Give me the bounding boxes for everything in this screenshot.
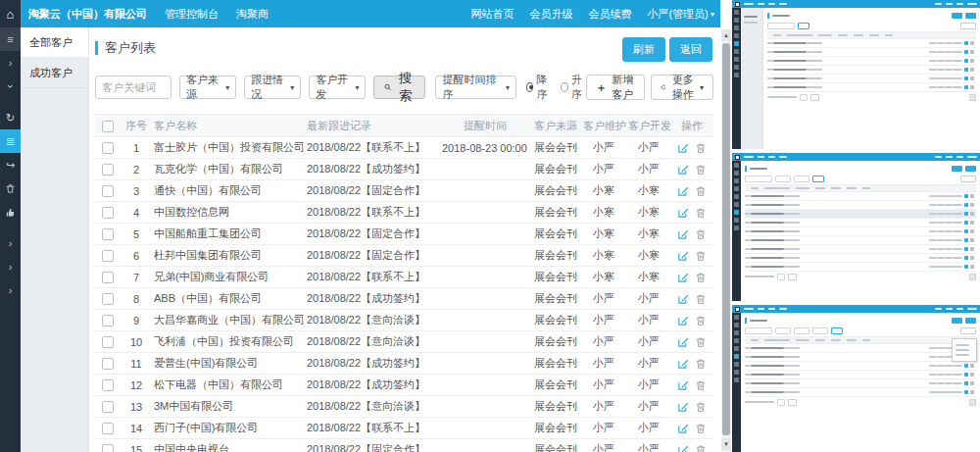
- nav-item-member-upgrade[interactable]: 会员升级: [529, 7, 572, 22]
- row-checkbox[interactable]: [102, 423, 114, 434]
- refresh-button[interactable]: 刷新: [622, 37, 665, 62]
- delete-icon[interactable]: [695, 272, 707, 283]
- edit-icon[interactable]: [677, 250, 689, 262]
- add-customer-button[interactable]: ＋ 新增客户: [586, 75, 645, 100]
- delete-icon[interactable]: [695, 142, 707, 154]
- scrollbar-thumb[interactable]: [722, 43, 730, 435]
- row-operations: [671, 378, 712, 391]
- nav-item-taojushang[interactable]: 淘聚商: [236, 7, 269, 22]
- source-select[interactable]: 客户来源▾: [179, 75, 236, 99]
- edit-icon[interactable]: [677, 379, 689, 391]
- chevron-down-icon: ▾: [506, 83, 510, 92]
- row-checkbox[interactable]: [102, 379, 114, 391]
- delete-icon[interactable]: [695, 358, 707, 370]
- delete-icon[interactable]: [695, 250, 707, 262]
- row-checkbox[interactable]: [102, 293, 114, 305]
- delete-icon[interactable]: [695, 379, 707, 391]
- trash-icon[interactable]: [0, 176, 21, 200]
- row-checkbox[interactable]: [102, 444, 114, 452]
- delete-icon[interactable]: [695, 207, 707, 219]
- history-icon[interactable]: ↻: [0, 106, 21, 129]
- search-button[interactable]: 搜索: [373, 75, 425, 99]
- edit-icon[interactable]: [677, 336, 689, 348]
- edit-icon[interactable]: [677, 142, 689, 154]
- edit-icon[interactable]: [677, 185, 689, 197]
- row-operations: [671, 357, 712, 370]
- user-menu[interactable]: 小严(管理员) ▾: [647, 7, 714, 22]
- delete-icon[interactable]: [695, 228, 707, 240]
- row-checkbox[interactable]: [102, 207, 114, 219]
- scroll-down-arrow[interactable]: ▼: [721, 438, 731, 450]
- sidebar-item-all-customers[interactable]: 全部客户: [21, 27, 88, 58]
- thumb-icon-sidebar: [732, 313, 741, 452]
- delete-icon[interactable]: [695, 293, 707, 305]
- customer-list-panel: 客户列表 刷新 返回 客户来源▾ 跟进情况▾ 客户开发▾ 搜索: [89, 27, 720, 452]
- row-checkbox[interactable]: [102, 336, 114, 348]
- chevron-right-icon[interactable]: ›: [0, 255, 21, 278]
- thumbnail-screenshot-2[interactable]: [732, 153, 980, 301]
- delete-icon[interactable]: [695, 336, 707, 348]
- develop-select[interactable]: 客户开发▾: [309, 75, 366, 99]
- back-button[interactable]: 返回: [669, 37, 712, 62]
- sidebar-item-success-customers[interactable]: 成功客户: [21, 58, 88, 88]
- row-checkbox[interactable]: [102, 164, 114, 176]
- chevron-down-icon[interactable]: ›: [0, 75, 21, 98]
- customer-name: 杜邦中国集团有限公司: [152, 248, 305, 263]
- edit-icon[interactable]: [677, 164, 689, 176]
- edit-icon[interactable]: [677, 401, 689, 413]
- edit-icon[interactable]: [677, 444, 689, 452]
- customer-keeper: 小严: [581, 377, 626, 392]
- customer-keeper: 小寒: [581, 248, 626, 263]
- nav-item-console[interactable]: 管理控制台: [165, 7, 219, 22]
- row-checkbox[interactable]: [102, 272, 114, 283]
- more-actions-button[interactable]: 更多操作 ▾: [651, 75, 713, 100]
- edit-icon[interactable]: [677, 293, 689, 305]
- edit-icon[interactable]: [677, 207, 689, 219]
- sort-asc-radio[interactable]: 升序: [561, 73, 585, 102]
- nav-item-site-home[interactable]: 网站首页: [470, 7, 514, 22]
- row-checkbox[interactable]: [102, 228, 114, 240]
- followup-record: 2018/08/22【成功签约】: [305, 291, 440, 306]
- row-number: 5: [121, 228, 152, 240]
- progress-select[interactable]: 跟进情况▾: [244, 75, 301, 99]
- scroll-up-arrow[interactable]: ▲: [721, 29, 731, 41]
- edit-icon[interactable]: [677, 423, 689, 434]
- delete-icon[interactable]: [695, 164, 707, 176]
- edit-icon[interactable]: [677, 315, 689, 326]
- nav-item-member-renew[interactable]: 会员续费: [588, 7, 631, 22]
- chevron-right-icon[interactable]: ›: [0, 51, 21, 75]
- row-checkbox[interactable]: [102, 315, 114, 326]
- select-all-checkbox[interactable]: [102, 121, 114, 132]
- col-header-record: 最新跟进记录: [305, 119, 440, 133]
- chevron-right-icon[interactable]: ›: [0, 231, 21, 255]
- row-checkbox[interactable]: [102, 358, 114, 370]
- chevron-right-icon[interactable]: ›: [0, 278, 21, 302]
- thumb-open-dropdown: [952, 338, 977, 362]
- edit-icon[interactable]: [677, 272, 689, 283]
- like-icon[interactable]: [0, 200, 21, 224]
- row-operations: [671, 335, 712, 348]
- delete-icon[interactable]: [695, 185, 707, 197]
- logout-icon[interactable]: ↪: [0, 153, 21, 176]
- row-checkbox[interactable]: [102, 185, 114, 197]
- customer-developer: 小严: [626, 377, 671, 392]
- delete-icon[interactable]: [695, 315, 707, 326]
- keyword-input[interactable]: [95, 75, 172, 99]
- thumbnail-screenshot-1[interactable]: [732, 0, 980, 149]
- delete-icon[interactable]: [695, 444, 707, 452]
- thumbnail-screenshot-3[interactable]: [732, 305, 980, 452]
- row-checkbox[interactable]: [102, 250, 114, 262]
- row-checkbox[interactable]: [102, 401, 114, 413]
- sort-desc-radio[interactable]: 降序: [526, 73, 551, 102]
- chevron-down-icon: ▾: [290, 83, 294, 92]
- menu-icon[interactable]: ≡: [0, 27, 21, 51]
- sort-select[interactable]: 提醒时间排序▾: [435, 75, 516, 99]
- customer-name: 爱普生(中国)有限公司: [152, 356, 305, 371]
- edit-icon[interactable]: [677, 228, 689, 240]
- home-button[interactable]: ⌂: [0, 0, 21, 27]
- customer-list-icon[interactable]: ≣: [0, 129, 21, 153]
- delete-icon[interactable]: [695, 401, 707, 413]
- edit-icon[interactable]: [677, 358, 689, 370]
- delete-icon[interactable]: [695, 423, 707, 434]
- row-checkbox[interactable]: [102, 142, 114, 154]
